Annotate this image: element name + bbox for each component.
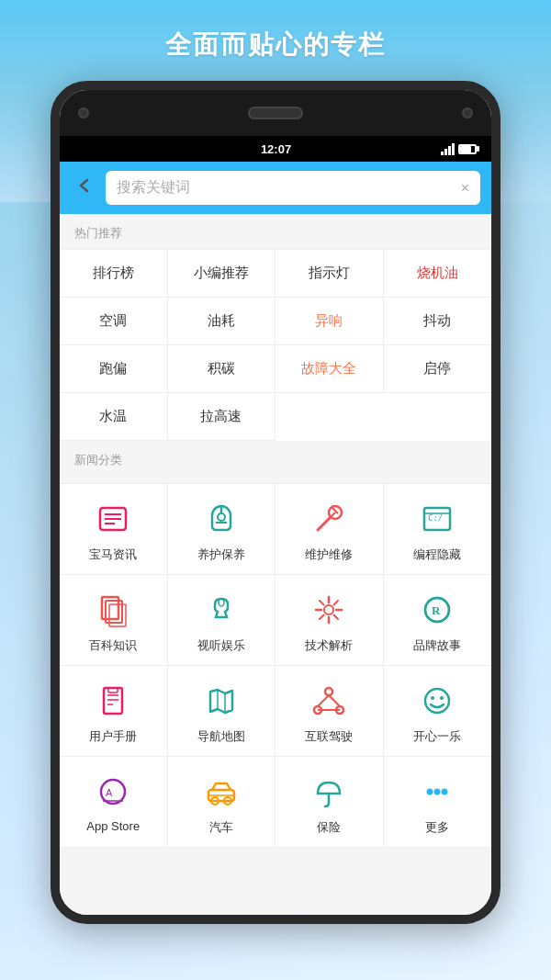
appstore-label: App Store	[86, 819, 140, 833]
category-car[interactable]: 汽车	[168, 757, 276, 848]
hot-tag-yixiang[interactable]: 异响	[276, 298, 384, 345]
svg-line-9	[331, 513, 335, 517]
category-tech[interactable]: 技术解析	[276, 575, 384, 666]
search-input[interactable]: 搜索关键词	[117, 178, 461, 197]
page-title: 全面而贴心的专栏	[165, 0, 386, 81]
category-fun[interactable]: 开心一乐	[384, 666, 492, 757]
category-brand[interactable]: R 品牌故事	[384, 575, 492, 666]
umbrella-icon	[309, 772, 349, 812]
svg-point-43	[425, 689, 449, 713]
tech-icon	[309, 590, 349, 630]
entertainment-label: 视听娱乐	[197, 637, 245, 654]
hot-tag-empty2	[384, 393, 492, 441]
svg-point-45	[440, 696, 444, 700]
repair-label: 维护维修	[305, 546, 353, 563]
svg-rect-34	[108, 688, 118, 693]
brand-icon: R	[417, 590, 457, 630]
more-label: 更多	[425, 819, 449, 836]
hot-tag-lagaosu[interactable]: 拉高速	[168, 393, 276, 441]
phone-camera	[78, 107, 89, 118]
hot-tag-xiaobianjiangtui[interactable]: 小编推荐	[168, 250, 276, 298]
category-map[interactable]: 导航地图	[168, 666, 276, 757]
back-button[interactable]	[71, 172, 98, 204]
svg-point-56	[442, 789, 448, 795]
car-label: 汽车	[209, 819, 233, 836]
hot-tag-paihangbang[interactable]: 排行榜	[60, 250, 168, 298]
svg-line-24	[334, 615, 339, 620]
hot-tag-zhishideng[interactable]: 指示灯	[276, 250, 384, 298]
hot-tag-empty1	[276, 393, 384, 441]
category-entertainment[interactable]: 视听娱乐	[168, 575, 276, 666]
category-connected[interactable]: 互联驾驶	[276, 666, 384, 757]
svg-text:C:/: C:/	[428, 513, 443, 523]
battery-icon	[458, 144, 477, 154]
hot-tag-shaojiyou[interactable]: 烧机油	[384, 250, 492, 298]
hot-tag-kongtiao[interactable]: 空调	[60, 298, 168, 345]
svg-point-54	[427, 789, 433, 795]
maintenance-label: 养护保养	[197, 546, 245, 563]
search-input-wrapper[interactable]: 搜索关键词 ×	[106, 171, 480, 205]
category-more[interactable]: 更多	[384, 757, 492, 848]
category-encyclopedia[interactable]: 百科知识	[60, 575, 168, 666]
svg-line-23	[320, 601, 324, 605]
encyclopedia-label: 百科知识	[89, 637, 137, 654]
fun-icon	[417, 681, 457, 721]
category-manual[interactable]: 用户手册	[60, 666, 168, 757]
programming-label: 编程隐藏	[413, 546, 461, 563]
svg-line-26	[320, 615, 324, 620]
hot-tag-paopian[interactable]: 跑偏	[60, 345, 168, 393]
map-icon	[201, 681, 242, 721]
phone-speaker	[248, 107, 303, 119]
category-appstore[interactable]: A App Store	[60, 757, 168, 848]
hot-tags-grid: 排行榜 小编推荐 指示灯 烧机油 空调 油耗 异响 抖动 跑偏 积碳 故障大全 …	[60, 249, 491, 441]
svg-text:R: R	[432, 603, 441, 617]
signal-icon	[441, 142, 455, 155]
hot-tag-zhudong[interactable]: 抖动	[384, 298, 492, 345]
hot-section-label: 热门推荐	[60, 214, 491, 249]
bmw-news-icon	[93, 499, 133, 539]
entertainment-icon	[201, 590, 242, 630]
hot-tag-guzhangdaquan[interactable]: 故障大全	[276, 345, 384, 393]
category-maintenance[interactable]: 养护保养	[168, 484, 276, 575]
phone-frame: 12:07 搜索关键词 ×	[51, 81, 500, 924]
phone-top-bar	[60, 90, 491, 136]
tech-label: 技术解析	[305, 637, 353, 654]
svg-line-40	[318, 695, 329, 706]
hot-tag-shuiwen[interactable]: 水温	[60, 393, 168, 441]
umbrella-label: 保险	[317, 819, 341, 836]
category-bmw-news[interactable]: 宝马资讯	[60, 484, 168, 575]
map-label: 导航地图	[197, 728, 245, 745]
more-icon	[417, 772, 457, 812]
status-bar: 12:07	[60, 136, 491, 162]
encyclopedia-icon	[93, 590, 133, 630]
manual-icon	[93, 681, 133, 721]
connected-label: 互联驾驶	[305, 728, 353, 745]
hot-tag-qiting[interactable]: 启停	[384, 345, 492, 393]
connected-icon	[309, 681, 349, 721]
svg-point-46	[101, 780, 125, 804]
category-umbrella[interactable]: 保险	[276, 757, 384, 848]
fun-label: 开心一乐	[413, 728, 461, 745]
svg-line-25	[334, 601, 339, 605]
category-programming[interactable]: C:/ 编程隐藏	[384, 484, 492, 575]
appstore-icon: A	[93, 772, 133, 812]
bmw-news-label: 宝马资讯	[89, 546, 137, 563]
news-section-label: 新闻分类	[60, 441, 491, 476]
hot-tag-youhao[interactable]: 油耗	[168, 298, 276, 345]
svg-point-55	[434, 789, 441, 795]
maintenance-icon	[201, 499, 242, 539]
category-grid: 宝马资讯 养护保养	[60, 483, 491, 848]
category-repair[interactable]: 维护维修	[276, 484, 384, 575]
svg-point-37	[325, 688, 332, 695]
brand-label: 品牌故事	[413, 637, 461, 654]
svg-point-4	[218, 513, 225, 521]
svg-rect-30	[104, 688, 122, 714]
hot-tag-jitan[interactable]: 积碳	[168, 345, 276, 393]
svg-point-18	[324, 605, 333, 614]
phone-sensor	[462, 107, 473, 118]
repair-icon	[309, 499, 349, 539]
svg-text:A: A	[106, 787, 113, 798]
search-bar: 搜索关键词 ×	[60, 162, 491, 214]
status-time: 12:07	[111, 142, 441, 156]
search-clear-button[interactable]: ×	[461, 180, 469, 197]
